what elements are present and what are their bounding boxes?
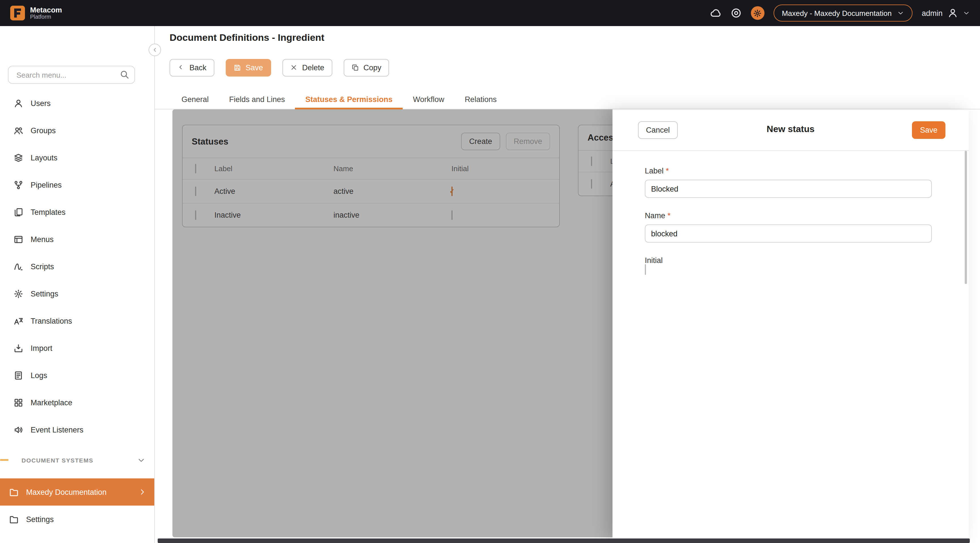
scripts-icon — [14, 262, 23, 271]
application-window: Metacom Platform Maxedy - Maxedy Documen… — [0, 0, 980, 543]
sidebar-item-marketplace[interactable]: Marketplace — [0, 389, 154, 416]
sidebar-item-pipelines[interactable]: Pipelines — [0, 171, 154, 198]
layers-icon — [14, 153, 23, 162]
required-asterisk: * — [666, 167, 669, 175]
sidebar-item-new-document-system[interactable]: New Document System — [0, 533, 154, 543]
sidebar-item-logs[interactable]: Logs — [0, 362, 154, 389]
modal-save-button[interactable]: Save — [912, 121, 945, 139]
sidebar-item-import[interactable]: Import — [0, 334, 154, 362]
label-field[interactable] — [645, 180, 932, 198]
menu-search — [8, 66, 135, 84]
system-selector[interactable]: Maxedy - Maxedy Documentation — [773, 5, 913, 22]
sidebar-item-label: Settings — [30, 289, 59, 298]
chevron-down-icon — [897, 10, 904, 16]
tab-label: Statuses & Permissions — [305, 95, 393, 103]
sidebar-item-label: Translations — [30, 317, 72, 325]
sidebar-item-users[interactable]: Users — [0, 90, 154, 117]
import-icon — [14, 343, 23, 353]
metacom-logo-icon — [10, 6, 25, 21]
field-label-text: Initial — [645, 256, 663, 265]
sidebar-item-translations[interactable]: Translations — [0, 307, 154, 334]
folder-icon — [9, 514, 19, 524]
initial-checkbox[interactable] — [645, 264, 646, 275]
sidebar-item-label: Logs — [30, 371, 47, 379]
translate-icon — [14, 316, 23, 325]
sidebar-item-label: Event Listeners — [30, 426, 83, 434]
name-field-group: Name * — [645, 211, 969, 243]
grid-icon — [14, 398, 23, 407]
tab-label: Workflow — [413, 95, 444, 103]
sidebar-item-label: Menus — [30, 235, 54, 243]
sidebar-item-settings[interactable]: Settings — [0, 280, 154, 307]
sidebar-item-layouts[interactable]: Layouts — [0, 144, 154, 171]
plus-icon — [9, 541, 19, 543]
field-label-text: Label — [645, 167, 663, 175]
page-title: Document Definitions - Ingredient — [170, 32, 325, 44]
search-input[interactable] — [8, 66, 135, 84]
copy-icon — [352, 64, 359, 71]
modal-body: Label * Name * Initial — [612, 151, 969, 275]
sidebar-item-templates[interactable]: Templates — [0, 198, 154, 225]
tab-relations[interactable]: Relations — [455, 89, 507, 110]
tab-label: Relations — [465, 95, 497, 103]
gear-icon[interactable] — [751, 6, 764, 20]
section-label: DOCUMENT SYSTEMS — [22, 457, 93, 464]
modal-scrollbar[interactable] — [965, 151, 967, 284]
folder-icon — [9, 487, 19, 497]
sidebar-item-scripts[interactable]: Scripts — [0, 253, 154, 280]
back-button[interactable]: Back — [170, 59, 215, 76]
required-asterisk: * — [668, 211, 671, 220]
delete-button[interactable]: Delete — [282, 59, 332, 76]
topbar-right: Maxedy - Maxedy Documentation admin — [710, 5, 970, 22]
modal-title: New status — [767, 124, 815, 134]
chevron-left-icon — [178, 64, 185, 71]
delete-button-label: Delete — [302, 64, 325, 72]
sidebar-item-groups[interactable]: Groups — [0, 117, 154, 144]
tab-fields-and-lines[interactable]: Fields and Lines — [219, 89, 295, 110]
brand-subtitle: Platform — [30, 14, 62, 20]
modal-save-label: Save — [920, 126, 937, 134]
save-button-label: Save — [245, 64, 263, 72]
tab-label: Fields and Lines — [229, 95, 285, 103]
templates-icon — [14, 207, 23, 217]
section-document-systems[interactable]: DOCUMENT SYSTEMS — [0, 452, 154, 468]
page-toolbar: Back Save Delete Copy — [170, 59, 389, 76]
cloud-icon[interactable] — [710, 7, 721, 19]
initial-field-group: Initial — [645, 256, 969, 275]
label-field-label: Label * — [645, 167, 969, 175]
sidebar-item-label: Marketplace — [30, 398, 72, 407]
new-status-modal: Cancel New status Save Label * Name * — [612, 110, 969, 538]
tab-general[interactable]: General — [171, 89, 219, 110]
user-icon — [14, 98, 23, 108]
field-label-text: Name — [645, 211, 665, 220]
sidebar-item-menus[interactable]: Menus — [0, 225, 154, 253]
sidebar-item-maxedy-documentation[interactable]: Maxedy Documentation — [0, 478, 154, 506]
sidebar-item-label: Pipelines — [30, 181, 62, 189]
name-field[interactable] — [645, 224, 932, 243]
cancel-button[interactable]: Cancel — [638, 121, 678, 139]
detail-tabs: General Fields and Lines Statuses & Perm… — [171, 89, 507, 110]
brand: Metacom Platform — [10, 6, 62, 21]
sidebar-item-docsystem-settings[interactable]: Settings — [0, 506, 154, 533]
close-icon — [290, 64, 298, 71]
menus-icon — [14, 234, 23, 244]
sidebar-item-label: Layouts — [30, 153, 57, 162]
horizontal-scrollbar[interactable] — [158, 538, 970, 543]
disc-icon[interactable] — [730, 7, 741, 19]
name-field-label: Name * — [645, 211, 969, 220]
sidebar-item-event-listeners[interactable]: Event Listeners — [0, 416, 154, 443]
user-menu[interactable]: admin — [921, 7, 970, 19]
save-button[interactable]: Save — [226, 59, 271, 76]
tab-workflow[interactable]: Workflow — [402, 89, 455, 110]
copy-button[interactable]: Copy — [344, 59, 389, 76]
logs-icon — [14, 370, 23, 380]
search-icon — [120, 70, 129, 79]
brand-text: Metacom Platform — [30, 6, 62, 20]
sidebar-collapse-button[interactable] — [149, 44, 161, 56]
copy-button-label: Copy — [364, 64, 382, 72]
tab-statuses-and-permissions[interactable]: Statuses & Permissions — [295, 89, 403, 110]
chevron-down-icon — [137, 456, 145, 464]
sidebar-nav: Users Groups Layouts Pipelines Templates… — [0, 90, 154, 443]
gear-icon — [14, 289, 23, 298]
sidebar-item-label: Scripts — [30, 262, 54, 271]
